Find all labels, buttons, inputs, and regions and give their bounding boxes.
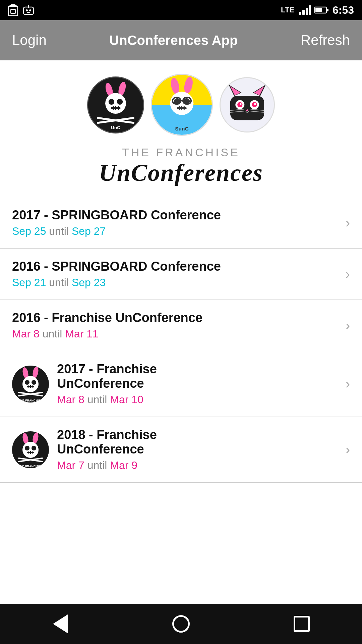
svg-rect-68 (32, 385, 33, 388)
login-button[interactable]: Login (12, 32, 47, 48)
conference-item-1[interactable]: 2017 - SPRINGBOARD Conference Sep 25 unt… (0, 197, 362, 249)
svg-rect-6 (27, 12, 30, 13)
svg-point-18 (105, 93, 126, 114)
chevron-5: › (346, 442, 350, 457)
franchise-main-title: UnConferences (99, 159, 263, 187)
conf-item-2-content: 2016 - SPRINGBOARD Conference Sep 21 unt… (12, 259, 339, 289)
conference-item-2[interactable]: 2016 - SPRINGBOARD Conference Sep 21 unt… (0, 249, 362, 300)
conference-list: 2017 - SPRINGBOARD Conference Sep 25 unt… (0, 197, 362, 604)
chevron-4: › (346, 376, 350, 391)
svg-rect-8 (299, 12, 301, 15)
svg-point-78 (32, 446, 36, 450)
svg-point-20 (117, 99, 123, 104)
app-title: UnConferences App (109, 33, 238, 48)
conf-dates-4: Mar 8 until Mar 10 (57, 393, 331, 406)
svg-text:UNCONFERENCE: UNCONFERENCE (18, 468, 43, 468)
svg-rect-3 (23, 7, 34, 14)
conference-item-3[interactable]: 2016 - Franchise UnConference Mar 8 unti… (0, 300, 362, 351)
back-button[interactable] (47, 610, 74, 637)
status-left-icons (8, 4, 34, 16)
svg-rect-47 (230, 96, 264, 120)
svg-rect-82 (32, 451, 33, 454)
svg-point-63 (25, 380, 29, 385)
home-icon (172, 615, 190, 633)
svg-text:UnC: UnC (111, 125, 120, 130)
svg-rect-22 (113, 106, 114, 110)
svg-point-52 (240, 103, 242, 105)
conf-date-end-5: Mar 9 (110, 459, 137, 471)
conf-date-until-3: until (43, 328, 65, 340)
conf-item-3-content: 2016 - Franchise UnConference Mar 8 unti… (12, 311, 339, 340)
conf-date-until-2: until (49, 276, 72, 288)
svg-rect-23 (115, 106, 116, 110)
unc-logo: UnC (87, 76, 144, 133)
clock: 6:53 (333, 4, 354, 16)
svg-rect-66 (28, 385, 29, 388)
svg-point-5 (29, 9, 31, 11)
conf-item-5-content: 2018 - FranchiseUnConference Mar 7 until… (57, 428, 331, 472)
conf-date-start-1: Sep 25 (12, 225, 46, 237)
sunc-logo: SunC (151, 74, 213, 136)
svg-rect-14 (315, 8, 322, 12)
svg-point-4 (26, 9, 28, 11)
robot-icon (23, 4, 34, 16)
logo-section: UnC (0, 60, 362, 197)
refresh-button[interactable]: Refresh (301, 32, 350, 48)
conf-title-2: 2016 - SPRINGBOARD Conference (12, 259, 339, 274)
svg-rect-13 (326, 9, 328, 11)
conf-date-until-5: until (87, 459, 110, 471)
recents-button[interactable] (288, 610, 315, 637)
app-header: Login UnConferences App Refresh (0, 20, 362, 60)
svg-rect-11 (309, 5, 311, 15)
conf-date-start-3: Mar 8 (12, 328, 40, 340)
svg-rect-81 (30, 451, 31, 454)
conf-dates-3: Mar 8 until Mar 11 (12, 328, 339, 340)
conf-date-start-2: Sep 21 (12, 276, 46, 288)
svg-rect-7 (28, 5, 29, 8)
sim-icon (8, 4, 18, 16)
conf-date-end-2: Sep 23 (72, 276, 106, 288)
conference-item-4[interactable]: THE FRANCHISE UNCONFERENCE 2017 - Franch… (0, 351, 362, 417)
conf-date-end-1: Sep 27 (72, 225, 106, 237)
conf-title-3: 2016 - Franchise UnConference (12, 311, 339, 325)
svg-rect-9 (302, 10, 305, 15)
svg-marker-1 (8, 4, 18, 6)
bottom-navigation (0, 604, 362, 644)
svg-point-53 (254, 103, 256, 105)
cat-logo (220, 77, 275, 132)
conf-date-end-3: Mar 11 (65, 328, 99, 340)
svg-rect-67 (30, 385, 31, 388)
conf-date-start-5: Mar 7 (57, 459, 84, 471)
home-button[interactable] (168, 610, 194, 637)
svg-rect-40 (184, 106, 185, 110)
conf-dates-5: Mar 7 until Mar 9 (57, 459, 331, 472)
svg-point-77 (25, 446, 29, 450)
svg-point-62 (22, 376, 39, 392)
conf-title-1: 2017 - SPRINGBOARD Conference (12, 208, 339, 222)
back-icon (53, 614, 68, 633)
conf-dates-1: Sep 25 until Sep 27 (12, 225, 339, 237)
svg-rect-10 (306, 8, 308, 15)
status-right-icons: LTE 6:53 (281, 4, 354, 16)
svg-text:SunC: SunC (175, 126, 188, 131)
logo-icons-row: UnC (87, 74, 275, 136)
svg-rect-2 (11, 9, 15, 13)
svg-rect-24 (118, 106, 119, 110)
conf-title-4: 2017 - FranchiseUnConference (57, 362, 331, 391)
franchise-subtitle: THE FRANCHISE (99, 146, 263, 159)
chevron-2: › (346, 267, 350, 282)
status-bar: LTE 6:53 (0, 0, 362, 20)
svg-text:UNCONFERENCE: UNCONFERENCE (18, 402, 43, 402)
svg-point-76 (22, 442, 39, 458)
conf-date-end-4: Mar 10 (110, 393, 143, 406)
conference-item-5[interactable]: THE FRANCHISE UNCONFERENCE 2018 - Franch… (0, 417, 362, 483)
conf-date-until-1: until (49, 225, 72, 237)
svg-rect-80 (28, 451, 29, 454)
recents-icon (294, 616, 310, 632)
signal-icon (299, 5, 311, 15)
svg-point-19 (109, 99, 114, 104)
svg-rect-38 (179, 106, 180, 110)
svg-point-64 (32, 380, 36, 385)
conf-icon-4: THE FRANCHISE UNCONFERENCE (12, 366, 49, 402)
franchise-text-block: THE FRANCHISE UnConferences (99, 146, 263, 187)
